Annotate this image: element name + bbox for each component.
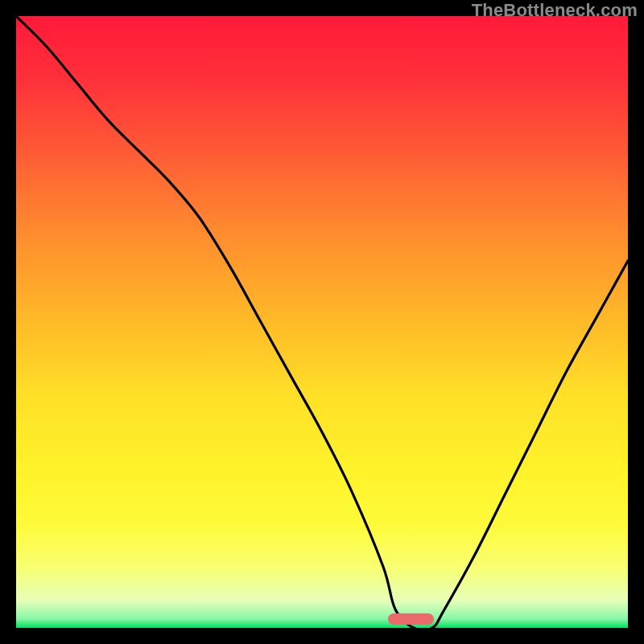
- heat-gradient: [16, 16, 628, 628]
- app-frame: TheBottleneck.com: [0, 0, 644, 644]
- svg-rect-0: [16, 16, 628, 628]
- bottleneck-plot: [16, 16, 628, 628]
